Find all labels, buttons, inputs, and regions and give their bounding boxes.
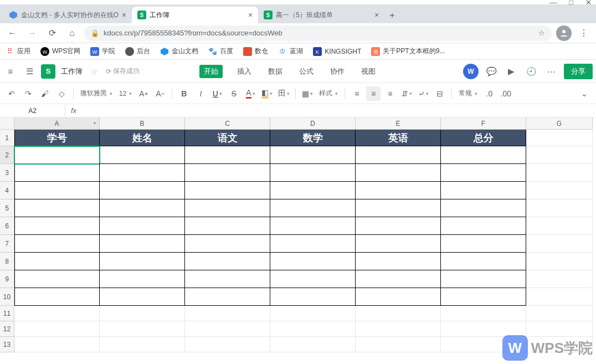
cell[interactable] [526,182,593,199]
cell[interactable] [14,164,100,182]
cell[interactable] [270,321,356,337]
row-header[interactable]: 10 [0,288,14,306]
cell[interactable] [441,146,526,164]
column-header-E[interactable]: E [356,117,441,130]
font-color-button[interactable]: A▾ [243,86,258,101]
row-header[interactable]: 1 [0,130,14,146]
cell[interactable] [441,253,526,270]
tab-close-icon[interactable]: × [248,11,253,19]
align-right-button[interactable]: ≡ [383,86,397,101]
clear-format-button[interactable]: ◇ [54,86,69,101]
cell[interactable] [270,337,356,352]
cell[interactable] [356,182,441,199]
menu-collab[interactable]: 协作 [328,65,347,78]
fx-label[interactable]: fx [65,106,82,115]
cell[interactable] [441,164,526,182]
cell[interactable] [526,321,593,337]
italic-button[interactable]: I [193,86,208,101]
cell[interactable] [526,217,593,235]
cell[interactable] [185,253,270,270]
cell[interactable] [356,199,441,217]
align-left-button[interactable]: ≡ [350,86,364,101]
cell[interactable] [100,270,185,288]
cell[interactable] [356,235,441,253]
menu-toggle-icon[interactable]: ≡ [3,64,18,79]
cell[interactable] [526,253,593,270]
cell[interactable] [14,270,100,288]
cell[interactable] [270,288,356,306]
wps-avatar[interactable]: W [463,64,479,79]
column-header-G[interactable]: G [526,117,593,130]
cell[interactable] [185,337,270,352]
font-increase-button[interactable]: A+ [136,86,151,101]
browser-tab-1[interactable]: S 工作簿 × [132,7,258,23]
cell[interactable] [14,235,100,253]
menu-view[interactable]: 视图 [359,65,378,78]
new-tab-button[interactable]: + [384,8,400,23]
cell[interactable] [356,146,441,164]
cell[interactable] [526,270,593,288]
row-header[interactable]: 4 [0,182,14,199]
cell[interactable] [14,217,100,235]
header-cell[interactable]: 英语 [356,130,441,146]
document-name[interactable]: 工作簿 [61,66,83,76]
undo-button[interactable]: ↶ [4,86,19,101]
row-header[interactable]: 7 [0,235,14,253]
cell[interactable] [185,235,270,253]
bookmark-item[interactable]: KKINGSIGHT [313,47,361,56]
cell[interactable] [356,337,441,352]
list-icon[interactable]: ☰ [22,64,37,79]
cell[interactable] [100,337,185,352]
cell[interactable] [270,253,356,270]
cell[interactable] [100,235,185,253]
decimal-decrease-icon[interactable]: .00 [499,86,513,101]
expand-toolbar-icon[interactable]: ⌄ [577,86,592,101]
font-name-select[interactable]: 微软雅黑▾ [78,89,115,98]
bookmark-item[interactable]: 金山文档 [160,47,198,56]
share-button[interactable]: 分享 [564,64,593,79]
menu-formula[interactable]: 公式 [297,65,316,78]
cell[interactable] [100,199,185,217]
cell[interactable] [441,235,526,253]
apps-button[interactable]: ⠿应用 [6,47,30,56]
cell[interactable] [100,182,185,199]
star-icon[interactable]: ☆ [538,29,545,37]
cell[interactable] [185,270,270,288]
row-header[interactable]: 3 [0,164,14,182]
column-header-F[interactable]: F [441,117,526,130]
bookmark-item[interactable]: ♔蓝湖 [278,47,303,56]
cell-A2[interactable] [14,146,100,164]
cell[interactable] [526,306,593,321]
cell[interactable] [100,146,185,164]
cell[interactable] [356,164,441,182]
cell[interactable] [441,288,526,306]
bookmark-item[interactable]: W学院 [90,47,115,56]
decimal-increase-icon[interactable]: .0 [482,86,496,101]
select-all-corner[interactable] [0,117,14,130]
chevron-down-icon[interactable]: ▾ [94,121,96,126]
comment-icon[interactable]: 💬 [484,64,499,79]
row-header[interactable]: 5 [0,199,14,217]
home-button[interactable]: ⌂ [64,25,80,41]
valign-button[interactable]: ⇵▾ [399,86,414,101]
browser-tab-2[interactable]: S 高一（5）班成绩单 × [258,7,384,23]
merge-button[interactable]: ▦▾ [300,86,315,101]
bookmark-item[interactable]: 数仓 [243,47,268,56]
font-decrease-button[interactable]: A− [153,86,167,101]
fill-color-button[interactable]: ◧▾ [260,86,274,101]
cell[interactable] [100,321,185,337]
cell[interactable] [356,270,441,288]
bookmark-item[interactable]: 🐾百度 [208,47,233,56]
cell[interactable] [14,199,100,217]
cell[interactable] [441,270,526,288]
header-cell[interactable]: 总分 [441,130,526,146]
menu-start[interactable]: 开始 [199,65,223,78]
cell[interactable] [356,288,441,306]
header-cell[interactable]: 姓名 [100,130,185,146]
cell[interactable] [185,146,270,164]
underline-button[interactable]: U▾ [210,86,224,101]
bookmark-item[interactable]: 简关于PPT文本框的9... [371,47,445,56]
cell[interactable] [185,288,270,306]
cell[interactable] [441,217,526,235]
cell[interactable] [526,164,593,182]
